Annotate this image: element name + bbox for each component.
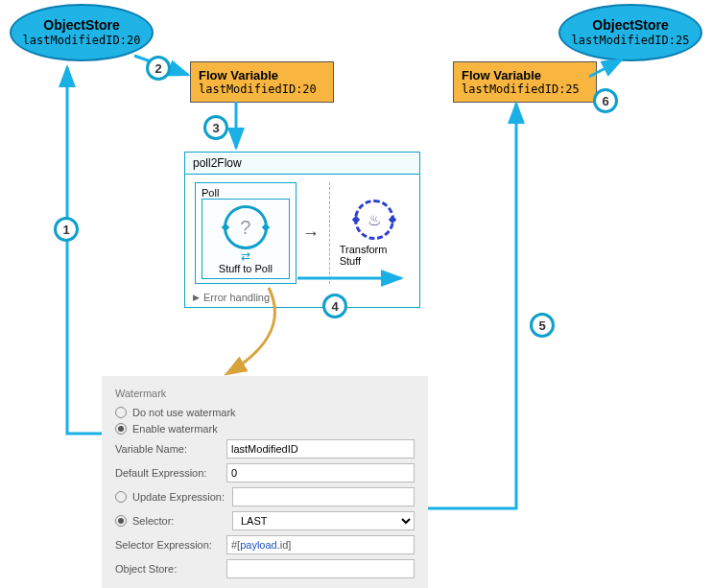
object-store-value: lastModifiedID:20 bbox=[23, 34, 141, 49]
flow-variable-title: Flow Variable bbox=[199, 68, 325, 82]
poll-inner: ? ⇄ Stuff to Poll bbox=[202, 199, 290, 279]
object-store-value: lastModifiedID:25 bbox=[572, 34, 690, 49]
object-store-left: ObjectStore lastModifiedID:20 bbox=[10, 4, 154, 61]
error-handling-label: Error handling bbox=[203, 292, 270, 303]
radio-enable-watermark[interactable]: Enable watermark bbox=[115, 423, 415, 435]
object-store-title: ObjectStore bbox=[43, 16, 119, 34]
poll-flow-body: Poll ? ⇄ Stuff to Poll → ♨ Transform Stu… bbox=[185, 175, 419, 288]
poll-flow-title: poll2Flow bbox=[185, 153, 419, 175]
poll-flow-box: poll2Flow Poll ? ⇄ Stuff to Poll → ♨ Tra… bbox=[184, 152, 420, 308]
update-expression-label: Update Expression: bbox=[132, 491, 226, 503]
variable-name-label: Variable Name: bbox=[115, 443, 221, 455]
flow-variable-right: Flow Variable lastModifiedID:25 bbox=[453, 61, 597, 103]
radio-icon[interactable] bbox=[115, 423, 127, 435]
radio-icon[interactable] bbox=[115, 407, 127, 418]
radio-icon[interactable] bbox=[115, 515, 127, 527]
flow-variable-value: lastModifiedID:20 bbox=[199, 82, 325, 96]
stuff-to-poll-label: Stuff to Poll bbox=[219, 263, 273, 274]
error-handling-row[interactable]: ▶ Error handling bbox=[185, 288, 419, 307]
radio-icon[interactable] bbox=[115, 491, 127, 503]
variable-name-input[interactable] bbox=[226, 439, 415, 459]
default-expression-input[interactable] bbox=[226, 463, 415, 482]
poll-label: Poll bbox=[202, 187, 290, 199]
poll-circle-icon: ? bbox=[224, 205, 268, 249]
arrow-icon: → bbox=[302, 223, 320, 244]
object-store-input[interactable] bbox=[226, 559, 415, 578]
divider bbox=[329, 182, 330, 284]
transform-label: Transform Stuff bbox=[340, 244, 410, 267]
watermark-panel: Watermark Do not use watermark Enable wa… bbox=[102, 376, 428, 588]
transform-circle-icon: ♨ bbox=[354, 200, 394, 240]
step-badge-6: 6 bbox=[593, 88, 618, 113]
selector-row[interactable]: Selector: LAST bbox=[115, 511, 415, 530]
selector-label: Selector: bbox=[132, 515, 226, 527]
selector-dropdown[interactable]: LAST bbox=[232, 511, 415, 530]
java-cup-icon: ♨ bbox=[368, 211, 381, 229]
update-expression-row[interactable]: Update Expression: bbox=[115, 487, 415, 506]
object-store-right: ObjectStore lastModifiedID:25 bbox=[558, 4, 702, 61]
transform-step: ♨ Transform Stuff bbox=[340, 200, 410, 267]
step-badge-1: 1 bbox=[54, 217, 79, 242]
default-expression-label: Default Expression: bbox=[115, 467, 221, 479]
selector-expression-input[interactable]: #[payload.id] bbox=[226, 535, 415, 554]
object-store-row: Object Store: bbox=[115, 559, 415, 578]
question-icon: ? bbox=[240, 217, 250, 239]
flow-variable-left: Flow Variable lastModifiedID:20 bbox=[190, 61, 334, 103]
update-expression-input[interactable] bbox=[232, 487, 415, 506]
variable-name-row: Variable Name: bbox=[115, 439, 415, 459]
step-badge-3: 3 bbox=[203, 115, 228, 140]
disclosure-triangle-icon: ▶ bbox=[193, 293, 200, 302]
selector-expression-row: Selector Expression: #[payload.id] bbox=[115, 535, 415, 554]
object-store-label: Object Store: bbox=[115, 563, 221, 575]
flow-variable-value: lastModifiedID:25 bbox=[462, 82, 588, 96]
no-watermark-label: Do not use watermark bbox=[132, 407, 236, 418]
step-badge-5: 5 bbox=[530, 313, 555, 338]
radio-no-watermark[interactable]: Do not use watermark bbox=[115, 407, 415, 418]
object-store-title: ObjectStore bbox=[592, 16, 668, 34]
enable-watermark-label: Enable watermark bbox=[132, 423, 218, 435]
swap-icon: ⇄ bbox=[241, 249, 250, 263]
step-badge-4: 4 bbox=[322, 294, 347, 318]
selector-expression-label: Selector Expression: bbox=[115, 539, 221, 551]
poll-box: Poll ? ⇄ Stuff to Poll bbox=[195, 182, 297, 284]
step-badge-2: 2 bbox=[146, 56, 171, 81]
default-expression-row: Default Expression: bbox=[115, 463, 415, 482]
flow-variable-title: Flow Variable bbox=[462, 68, 588, 82]
watermark-title: Watermark bbox=[115, 388, 415, 399]
